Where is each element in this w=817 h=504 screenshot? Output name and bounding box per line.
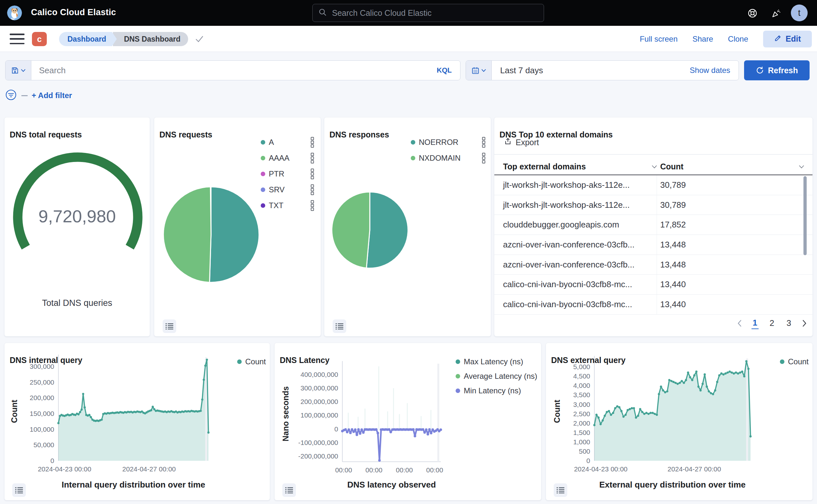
cell-domain: jlt-worksh-jlt-workshop-aks-112e... [494,175,657,195]
edit-button[interactable]: Edit [763,31,812,47]
export-button[interactable]: Export [504,137,539,147]
space-switcher[interactable]: c [32,32,47,46]
svg-text:250,000: 250,000 [30,378,54,386]
kql-search-input[interactable] [31,66,429,76]
column-header-count[interactable]: Count [657,159,812,175]
kql-search-box: KQL [5,60,460,80]
global-search[interactable] [312,4,544,22]
help-icon[interactable] [746,7,759,19]
column-header-domains[interactable]: Top external domains [494,159,657,175]
legend-toggle-button[interactable] [554,483,567,497]
pagination-page-2[interactable]: 2 [768,318,775,329]
legend-item-max-latency-ns-[interactable]: Max Latency (ns) [456,357,523,366]
dns-responses-pie-chart[interactable] [331,191,409,269]
panel-title: DNS internal query [10,356,82,365]
pagination-prev-icon[interactable] [737,320,742,327]
legend-toggle-button[interactable] [12,483,26,497]
legend-actions-icon[interactable] [310,200,314,211]
legend-item-srv[interactable]: SRV [261,184,314,195]
export-label: Export [516,138,539,147]
external-query-area-chart[interactable]: 5,0004,5004,0003,5003,0002,5002,0001,500… [546,343,813,501]
full-screen-button[interactable]: Full screen [640,35,678,44]
internal-query-area-chart[interactable]: 300,000250,000200,000150,000100,00050,00… [5,343,270,501]
table-row[interactable]: jlt-worksh-jlt-workshop-aks-112e...30,78… [494,195,812,215]
svg-text:0: 0 [50,457,54,464]
table-row[interactable]: azcni-over-ivan-conference-03cfb...13,44… [494,235,812,255]
saved-check-icon [195,35,204,43]
legend-item-txt[interactable]: TXT [261,200,314,211]
time-range-value[interactable]: Last 7 days [492,66,543,76]
legend-actions-icon[interactable] [310,153,314,164]
legend-label: NOERROR [419,138,459,147]
legend-item-min-latency-ns-[interactable]: Min Latency (ns) [456,386,521,395]
cell-count: 17,852 [657,220,812,230]
legend-item-a[interactable]: A [261,137,314,148]
svg-text:00:00: 00:00 [396,466,413,474]
pagination-page-1[interactable]: 1 [751,317,759,329]
legend-color-dot [456,388,460,393]
svg-text:00:00: 00:00 [335,466,352,474]
table-row[interactable]: azcni-over-ivan-conference-03cfb...13,44… [494,255,812,275]
clone-button[interactable]: Clone [728,35,748,44]
legend-toggle-button[interactable] [282,483,296,497]
svg-text:200,000: 200,000 [30,394,54,401]
legend-toggle-button[interactable] [333,319,346,333]
news-party-popper-icon[interactable] [770,7,782,19]
panel-title: DNS responses [329,130,389,139]
pagination-page-3[interactable]: 3 [785,318,792,329]
table-pagination: 123 [737,317,807,329]
legend-item-ptr[interactable]: PTR [261,168,314,179]
svg-text:0: 0 [586,457,590,464]
legend-actions-icon[interactable] [482,137,486,148]
svg-text:1,000: 1,000 [573,438,590,446]
legend-actions-icon[interactable] [310,184,314,195]
legend-item-aaaa[interactable]: AAAA [261,153,314,164]
add-filter-button[interactable]: + Add filter [32,91,72,100]
legend-label: A [269,138,274,147]
menu-icon[interactable] [10,34,25,44]
table-row[interactable]: clouddebugger.googleapis.com17,852 [494,215,812,235]
show-dates-button[interactable]: Show dates [690,66,739,75]
legend-label: TXT [269,201,283,210]
legend-item-average-latency-ns-[interactable]: Average Latency (ns) [456,372,537,381]
table-row[interactable]: calico-cni-ivan-byocni-03cfb8-mc...13,44… [494,275,812,295]
breadcrumb-dashboard[interactable]: Dashboard [59,32,112,46]
internal-query-legend: Count [237,357,266,366]
legend-item-count[interactable]: Count [237,357,266,366]
legend-toggle-button[interactable] [163,319,176,333]
table-row[interactable]: jlt-worksh-jlt-workshop-aks-112e...30,78… [494,175,812,195]
external-query-legend: Count [780,357,809,366]
svg-text:2024-04-27 00:00: 2024-04-27 00:00 [122,465,176,473]
svg-text:100,000,000: 100,000,000 [300,411,338,419]
divider [494,154,812,155]
legend-item-noerror[interactable]: NOERROR [411,137,486,148]
panel-dns-requests: DNS requests A AAAA PTR SRV TXT [154,117,321,337]
kql-language-toggle[interactable]: KQL [429,66,460,75]
legend-color-dot [780,359,784,364]
legend-item-count[interactable]: Count [780,357,809,366]
dns-requests-pie-chart[interactable] [163,186,259,283]
saved-query-menu[interactable] [5,61,31,80]
pagination-next-icon[interactable] [802,320,807,327]
svg-text:0: 0 [334,425,338,433]
latency-legend: Max Latency (ns)Average Latency (ns)Min … [456,357,537,395]
export-icon [504,137,512,147]
share-button[interactable]: Share [692,35,713,44]
user-avatar[interactable]: t [791,5,808,21]
app-header: Calico Cloud Elastic t [0,0,817,26]
x-axis-title: Internal query distribution over time [58,480,208,490]
table-scrollbar[interactable] [803,176,807,255]
legend-actions-icon[interactable] [482,153,486,164]
global-search-input[interactable] [331,8,538,18]
legend-item-nxdomain[interactable]: NXDOMAIN [411,153,486,164]
legend-actions-icon[interactable] [310,168,314,179]
table-row[interactable]: calico-cni-ivan-byocni-03cfb8-mc...13,44… [494,295,812,315]
legend-label: NXDOMAIN [419,154,460,163]
breadcrumb-dns-dashboard: DNS Dashboard [113,32,188,46]
filters-menu-icon[interactable] [5,89,17,102]
svg-text:2024-04-23 00:00: 2024-04-23 00:00 [574,465,628,473]
legend-actions-icon[interactable] [310,137,314,148]
refresh-button[interactable]: Refresh [744,60,810,80]
legend-label: Average Latency (ns) [464,372,537,381]
calendar-menu[interactable] [466,61,492,80]
